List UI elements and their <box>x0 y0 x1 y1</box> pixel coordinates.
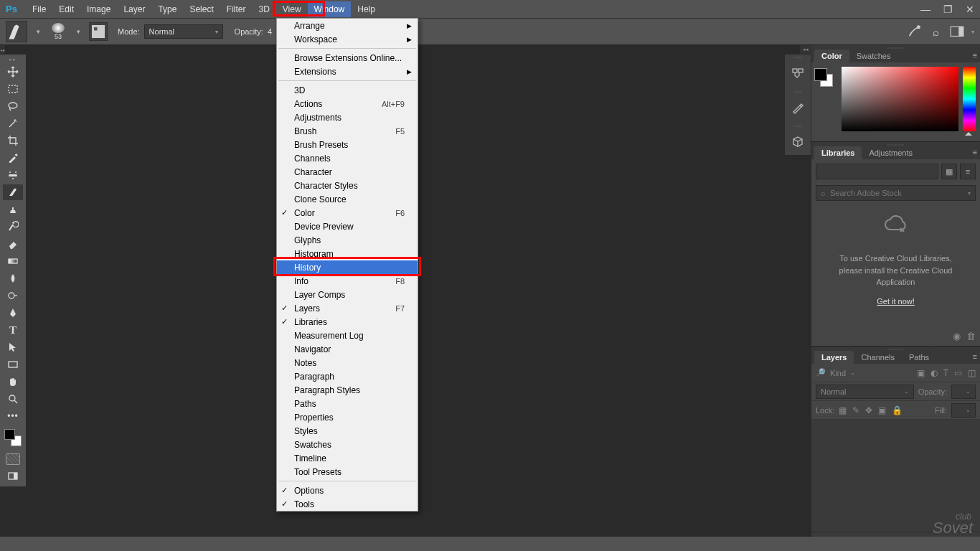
menu-item-histogram[interactable]: Histogram <box>277 247 418 260</box>
menu-file[interactable]: File <box>26 1 52 17</box>
edit-toolbar-icon[interactable]: ••• <box>3 408 23 424</box>
menu-item-tool-presets[interactable]: Tool Presets <box>277 465 418 479</box>
menu-window[interactable]: Window <box>308 1 352 17</box>
menu-type[interactable]: Type <box>151 1 183 17</box>
menu-item-layers[interactable]: ✓LayersF7 <box>277 301 418 315</box>
menu-item-extensions[interactable]: Extensions▶ <box>277 65 418 78</box>
quick-mask-icon[interactable] <box>3 451 23 467</box>
close-button[interactable]: ✕ <box>966 4 974 15</box>
menu-item-character[interactable]: Character <box>277 165 418 179</box>
menu-help[interactable]: Help <box>351 1 382 17</box>
brush-preview-icon[interactable] <box>52 23 65 33</box>
library-sync-icon[interactable]: ◉ <box>953 331 961 342</box>
healing-brush-tool-icon[interactable] <box>3 167 23 183</box>
library-delete-icon[interactable]: 🗑 <box>966 331 976 342</box>
brush-tool-icon[interactable] <box>3 184 23 200</box>
menu-item-layer-comps[interactable]: Layer Comps <box>277 288 418 301</box>
toolbox-grip[interactable]: ▸▸ <box>0 56 26 63</box>
properties-panel-icon[interactable] <box>787 98 809 118</box>
menu-item-device-preview[interactable]: Device Preview <box>277 220 418 233</box>
tab-libraries[interactable]: Libraries <box>814 146 862 159</box>
color-field[interactable] <box>842 67 958 131</box>
menu-item-info[interactable]: InfoF8 <box>277 274 418 288</box>
filter-smart-icon[interactable]: ◫ <box>968 368 976 378</box>
menu-layer[interactable]: Layer <box>117 1 151 17</box>
panel-menu-icon[interactable]: ≡ <box>973 352 977 361</box>
clone-stamp-tool-icon[interactable] <box>3 202 23 217</box>
tab-layers[interactable]: Layers <box>814 351 854 364</box>
menu-item-paragraph[interactable]: Paragraph <box>277 369 418 383</box>
menu-item-notes[interactable]: Notes <box>277 356 418 369</box>
workspace-switcher-icon[interactable] <box>950 24 964 39</box>
dodge-tool-icon[interactable] <box>3 288 23 303</box>
lock-transparency-icon[interactable]: ▦ <box>839 405 847 415</box>
menu-view[interactable]: View <box>276 1 308 17</box>
gradient-tool-icon[interactable] <box>3 253 23 269</box>
eyedropper-tool-icon[interactable] <box>3 150 23 166</box>
menu-filter[interactable]: Filter <box>220 1 253 17</box>
lasso-tool-icon[interactable] <box>3 98 23 114</box>
library-grid-view-icon[interactable]: ▦ <box>941 164 957 179</box>
lock-artboard-icon[interactable]: ▣ <box>878 405 886 415</box>
brush-settings-icon[interactable] <box>907 24 921 39</box>
menu-item-brush-presets[interactable]: Brush Presets <box>277 138 418 151</box>
move-tool-icon[interactable] <box>3 64 23 80</box>
menu-3d[interactable]: 3D <box>252 1 275 17</box>
brush-panel-toggle-icon[interactable] <box>89 22 108 41</box>
menu-item-tools[interactable]: ✓Tools <box>277 497 418 511</box>
menu-item-color[interactable]: ✓ColorF6 <box>277 206 418 220</box>
blend-mode-select[interactable]: Normal▾ <box>144 24 223 39</box>
crop-tool-icon[interactable] <box>3 133 23 149</box>
path-selection-tool-icon[interactable] <box>3 339 23 355</box>
search-icon[interactable]: ⌕ <box>928 24 943 39</box>
hand-tool-icon[interactable] <box>3 374 23 390</box>
menu-item-arrange[interactable]: Arrange▶ <box>277 19 418 32</box>
left-collapse-grip[interactable]: ▸▸ <box>0 45 5 54</box>
menu-item-navigator[interactable]: Navigator <box>277 342 418 356</box>
panel-menu-icon[interactable]: ≡ <box>973 148 977 156</box>
menu-item-options[interactable]: ✓Options <box>277 484 418 497</box>
layer-opacity-input[interactable]: ⌄ <box>951 385 976 399</box>
magic-wand-tool-icon[interactable] <box>3 116 23 131</box>
tab-channels[interactable]: Channels <box>854 351 901 364</box>
tab-swatches[interactable]: Swatches <box>849 50 898 62</box>
lock-all-icon[interactable]: 🔒 <box>892 405 903 415</box>
filter-shape-icon[interactable]: ▭ <box>954 368 962 378</box>
menu-item-history[interactable]: History <box>277 260 418 274</box>
screen-mode-icon[interactable] <box>3 468 23 484</box>
layer-fill-input[interactable]: ⌄ <box>951 403 976 418</box>
rectangle-tool-icon[interactable] <box>3 357 23 372</box>
menu-item-channels[interactable]: Channels <box>277 151 418 165</box>
menu-item-browse-extensions-online-[interactable]: Browse Extensions Online... <box>277 51 418 65</box>
menu-item-character-styles[interactable]: Character Styles <box>277 179 418 192</box>
lock-pixels-icon[interactable]: ✎ <box>852 405 859 415</box>
layer-filter-icons[interactable]: ▣ ◐ T ▭ ◫ <box>917 368 976 378</box>
opacity-value[interactable]: 4 <box>268 27 272 36</box>
menu-item-adjustments[interactable]: Adjustments <box>277 110 418 124</box>
tab-color[interactable]: Color <box>814 50 849 62</box>
foreground-background-swatch[interactable] <box>4 429 22 446</box>
menu-item-styles[interactable]: Styles <box>277 424 418 438</box>
menu-item-workspace[interactable]: Workspace▶ <box>277 32 418 46</box>
menu-item-brush[interactable]: BrushF5 <box>277 124 418 138</box>
library-select[interactable] <box>816 164 938 179</box>
restore-button[interactable]: ❐ <box>943 4 953 15</box>
filter-adjustment-icon[interactable]: ◐ <box>930 368 938 378</box>
menu-item-measurement-log[interactable]: Measurement Log <box>277 329 418 342</box>
menu-item-paths[interactable]: Paths <box>277 397 418 410</box>
right-collapse-grip[interactable]: ◂◂ <box>800 45 811 54</box>
hue-slider[interactable] <box>963 67 976 131</box>
history-panel-icon[interactable] <box>787 63 809 83</box>
menu-item-libraries[interactable]: ✓Libraries <box>277 315 418 329</box>
tool-preset-picker[interactable] <box>6 21 27 42</box>
blur-tool-icon[interactable] <box>3 270 23 286</box>
filter-pixel-icon[interactable]: ▣ <box>917 368 925 378</box>
menu-edit[interactable]: Edit <box>52 1 80 17</box>
menu-item-actions[interactable]: ActionsAlt+F9 <box>277 97 418 110</box>
eraser-tool-icon[interactable] <box>3 236 23 252</box>
blend-mode-select[interactable]: Normal⌄ <box>816 385 914 399</box>
lock-position-icon[interactable]: ✥ <box>865 405 872 415</box>
type-tool-icon[interactable]: T <box>3 322 23 338</box>
menu-item-timeline[interactable]: Timeline <box>277 451 418 465</box>
zoom-tool-icon[interactable] <box>3 391 23 407</box>
